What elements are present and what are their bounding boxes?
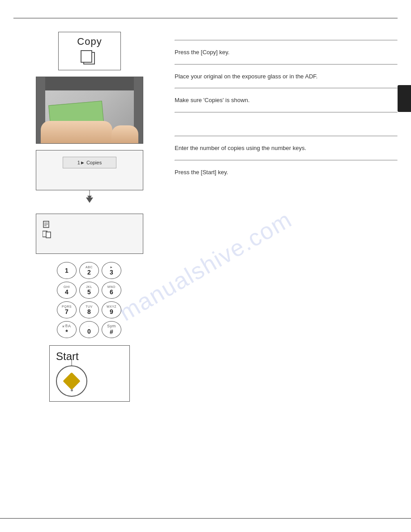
lcd-screen-1: 1► Copies xyxy=(36,150,143,190)
key-9-label: 9 xyxy=(110,308,113,315)
key-6[interactable]: MNO 6 xyxy=(102,282,121,299)
chapter-tab xyxy=(398,85,411,112)
key-5[interactable]: JKL 5 xyxy=(79,282,99,299)
key-3-sub: ► xyxy=(110,266,113,269)
key-2-label: 2 xyxy=(87,269,91,276)
key-8[interactable]: TUV 8 xyxy=(79,301,99,318)
key-2-sub: ABC xyxy=(86,266,93,269)
numeric-keypad: 1 ABC 2 ► 3 GHI 4 JKL 5 xyxy=(57,262,122,339)
duplex-copy-icon xyxy=(43,230,51,238)
key-7[interactable]: PQRS 7 xyxy=(57,301,77,318)
bottom-rule xyxy=(0,518,411,519)
right-rule-4 xyxy=(175,112,398,113)
key-7-label: 7 xyxy=(65,308,68,315)
key-5-label: 5 xyxy=(87,288,91,296)
key-0-label: 0 xyxy=(87,328,91,335)
down-arrow-icon xyxy=(86,197,93,203)
key-2[interactable]: ABC 2 xyxy=(79,262,99,279)
key-hash-label: # xyxy=(110,328,113,335)
key-6-label: 6 xyxy=(110,288,113,296)
instruction-4 xyxy=(175,120,398,129)
right-rule-1 xyxy=(175,40,398,41)
svg-rect-5 xyxy=(46,232,51,238)
start-button-box: Start xyxy=(49,345,130,402)
left-column: Copy xyxy=(13,32,166,402)
key-hash-sub: Sym xyxy=(107,324,116,328)
instruction-6: Press the [Start] key. xyxy=(175,168,398,177)
scanner-image xyxy=(36,77,143,144)
scanner-interior xyxy=(36,77,143,143)
copy-button-box[interactable]: Copy xyxy=(58,32,121,70)
copy-label: Copy xyxy=(64,36,115,47)
key-4[interactable]: GHI 4 xyxy=(57,282,77,299)
scanner-hands-right xyxy=(111,125,138,143)
instruction-5: Enter the number of copies using the num… xyxy=(175,144,398,153)
key-hash[interactable]: Sym # xyxy=(102,321,121,338)
right-section-3: Make sure 'Copies' is shown. xyxy=(175,92,398,108)
right-rule-2 xyxy=(175,64,398,65)
instruction-2: Place your original on the exposure glas… xyxy=(175,72,398,81)
right-section-4 xyxy=(175,116,398,133)
key-1[interactable]: 1 xyxy=(57,262,77,279)
down-arrow-container xyxy=(86,197,93,206)
start-dot xyxy=(71,389,73,391)
key-8-label: 8 xyxy=(87,308,91,315)
single-copy-icon xyxy=(43,220,50,228)
page-container: manualshive.com Copy xyxy=(0,0,411,532)
right-section-2: Place your original on the exposure glas… xyxy=(175,69,398,85)
start-button-wrap xyxy=(56,365,123,397)
right-section-5: Enter the number of copies using the num… xyxy=(175,140,398,156)
key-0[interactable]: · 0 xyxy=(79,321,99,338)
key-5-sub: JKL xyxy=(86,285,92,288)
doc-icon xyxy=(81,50,98,66)
top-rule xyxy=(13,18,398,18)
copy-icon xyxy=(64,50,115,66)
doc-front xyxy=(81,50,92,63)
lcd-display-1: 1► Copies xyxy=(63,157,116,168)
scanner-hands-left xyxy=(41,121,112,143)
right-rule-6 xyxy=(175,160,398,161)
key-8-sub: TUV xyxy=(86,305,93,308)
lcd-arrow-line xyxy=(90,190,90,196)
lcd-icon-single xyxy=(43,220,137,228)
main-content: Copy xyxy=(13,32,398,402)
key-0-sub: · xyxy=(89,325,90,328)
start-label: Start xyxy=(56,350,123,363)
key-4-sub: GHI xyxy=(64,285,70,288)
key-6-sub: MNO xyxy=(107,285,116,288)
right-section-6: Press the [Start] key. xyxy=(175,164,398,180)
key-star-label: * xyxy=(65,328,68,335)
key-9-sub: WXYZ xyxy=(107,305,116,308)
key-star-sub: ⁎®A xyxy=(62,324,71,328)
lcd-screen-2 xyxy=(36,214,143,254)
lcd-icon-row xyxy=(41,219,138,240)
right-section-1: Press the [Copy] key. xyxy=(175,44,398,60)
right-rule-5 xyxy=(175,136,398,137)
right-column: Press the [Copy] key. Place your origina… xyxy=(175,32,398,402)
start-button[interactable] xyxy=(56,365,87,397)
scanner-top-bar xyxy=(36,77,143,90)
key-3[interactable]: ► 3 xyxy=(102,262,121,279)
instruction-3: Make sure 'Copies' is shown. xyxy=(175,96,398,105)
key-star[interactable]: ⁎®A * xyxy=(57,321,77,338)
start-line xyxy=(72,360,72,366)
start-diamond-icon xyxy=(63,372,81,390)
key-9[interactable]: WXYZ 9 xyxy=(102,301,121,318)
key-4-label: 4 xyxy=(65,288,68,296)
key-1-label: 1 xyxy=(65,267,68,274)
right-rule-3 xyxy=(175,88,398,89)
key-3-label: 3 xyxy=(110,269,113,276)
instruction-1: Press the [Copy] key. xyxy=(175,48,398,57)
key-7-sub: PQRS xyxy=(62,305,72,308)
lcd-icon-duplex xyxy=(43,230,137,238)
